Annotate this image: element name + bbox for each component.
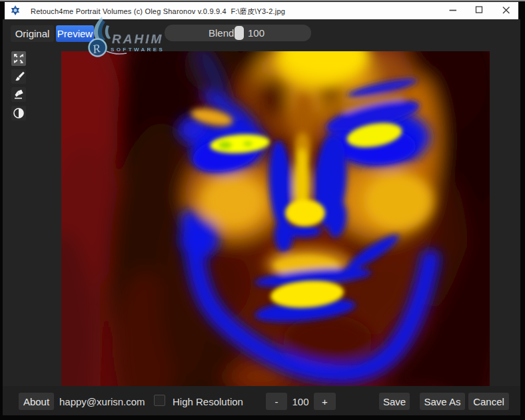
svg-text:RAHIM: RAHIM [112, 32, 163, 46]
svg-text:SOFTWARES: SOFTWARES [111, 47, 165, 53]
